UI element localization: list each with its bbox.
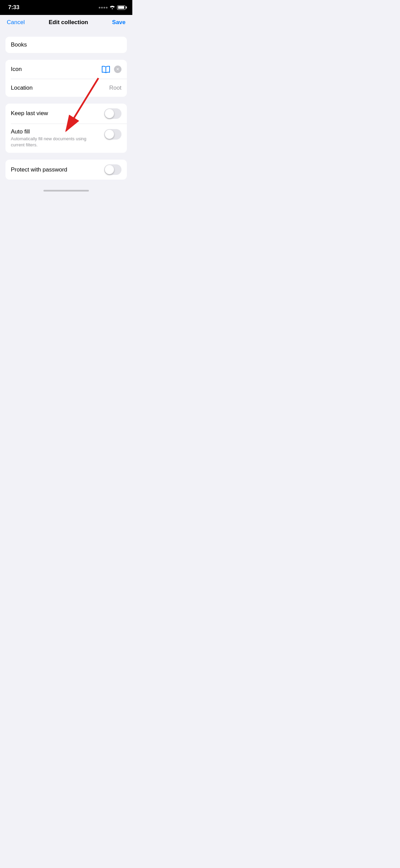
bottom-area [0,180,132,195]
protect-password-toggle[interactable] [104,164,121,175]
icon-right-group [101,65,121,74]
icon-location-card: Icon Location Root [5,60,127,97]
content-area: Books Icon Locati [0,30,132,180]
nav-bar: Cancel Edit collection Save [0,15,132,30]
keep-last-view-toggle[interactable] [104,108,121,119]
auto-fill-knob [105,130,114,139]
auto-fill-row: Auto fill Automatically fill new documen… [5,124,127,153]
auto-fill-toggle[interactable] [104,129,121,140]
collection-name-card: Books [5,37,127,53]
keep-last-view-row: Keep last view [5,104,127,124]
clear-icon-button[interactable] [114,66,121,73]
location-value: Root [109,85,121,91]
keep-last-view-knob [105,109,114,118]
status-time: 7:33 [8,4,19,11]
protect-password-knob [105,165,114,174]
status-bar: 7:33 [0,0,132,15]
wifi-icon [110,5,115,10]
page-title: Edit collection [49,19,88,26]
location-row[interactable]: Location Root [5,79,127,97]
password-card: Protect with password [5,160,127,180]
collection-name-input[interactable]: Books [5,37,127,53]
save-button[interactable]: Save [112,19,126,26]
location-label: Location [11,85,33,91]
status-icons [99,5,126,10]
protect-password-row: Protect with password [5,160,127,180]
book-icon[interactable] [101,65,111,74]
icon-label: Icon [11,66,22,73]
view-settings-card: Keep last view Auto fill Automatically f… [5,104,127,153]
signal-icon [99,7,108,8]
icon-row: Icon [5,60,127,79]
auto-fill-description: Automatically fill new documents using c… [11,136,100,148]
protect-password-label: Protect with password [11,166,67,173]
cancel-button[interactable]: Cancel [7,19,25,26]
auto-fill-content: Auto fill Automatically fill new documen… [11,128,100,148]
home-indicator [43,190,89,192]
battery-icon [117,5,126,10]
auto-fill-label: Auto fill [11,128,100,135]
keep-last-view-label: Keep last view [11,110,48,117]
